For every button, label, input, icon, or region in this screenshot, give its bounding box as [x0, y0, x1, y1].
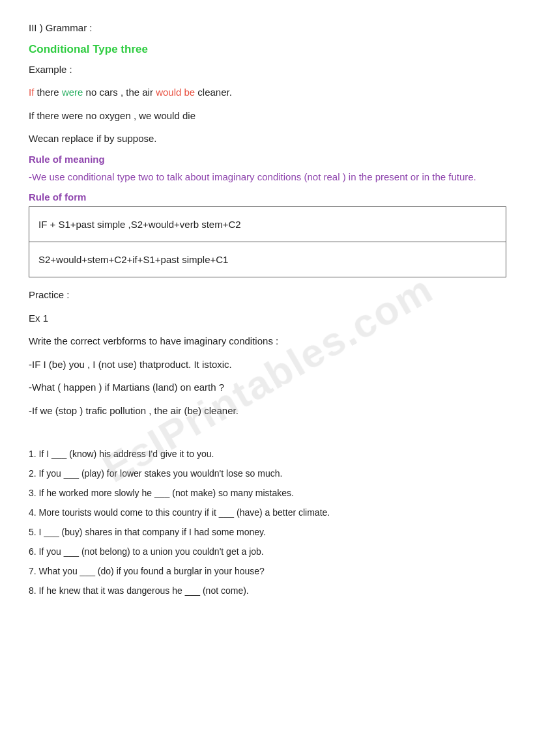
rule-of-form-label: Rule of form — [29, 191, 506, 203]
practice-section: Practice : Ex 1 Write the correct verbfo… — [29, 287, 506, 419]
list-item: 4. More tourists would come to this coun… — [29, 503, 506, 522]
example2: If there were no oxygen , we would die — [29, 107, 506, 124]
example1-mid: no cars , the air — [86, 87, 156, 98]
grammar-table: IF + S1+past simple ,S2+would+verb stem+… — [29, 206, 506, 277]
example1-were: were — [62, 87, 83, 98]
conditional-type-title: Conditional Type three — [29, 43, 506, 56]
list-item: 6. If you ___ (not belong) to a union yo… — [29, 542, 506, 561]
grammar-label: III ) Grammar : — [29, 20, 506, 36]
exercises-section: 1. If I ___ (know) his address I'd give … — [29, 445, 506, 600]
example1-if: If — [29, 87, 34, 98]
practice-label: Practice : — [29, 287, 506, 303]
example-label: Example : — [29, 61, 506, 78]
table-row-2: S2+would+stem+C2+if+S1+past simple+C1 — [29, 242, 506, 277]
ex1-q3: -If we (stop ) trafic pollution , the ai… — [29, 402, 506, 419]
table-row-1: IF + S1+past simple ,S2+would+verb stem+… — [29, 207, 506, 242]
ex1-q1: -IF I (be) you , I (not use) thatproduct… — [29, 356, 506, 373]
example1-would: would be — [156, 87, 195, 98]
example1: If there were no cars , the air would be… — [29, 84, 506, 101]
ex1-q2: -What ( happen ) if Martians (land) on e… — [29, 379, 506, 396]
exercises-list: 1. If I ___ (know) his address I'd give … — [29, 445, 506, 600]
list-item: 3. If he worked more slowly he ___ (not … — [29, 484, 506, 502]
list-item: 7. What you ___ (do) if you found a burg… — [29, 562, 506, 580]
list-item: 8. If he knew that it was dangerous he _… — [29, 581, 506, 600]
list-item: 2. If you ___ (play) for lower stakes yo… — [29, 464, 506, 483]
example1-pre: there — [37, 87, 62, 98]
ex1-instruction: Write the correct verbforms to have imag… — [29, 333, 506, 350]
rule-of-meaning-label: Rule of meaning — [29, 154, 506, 165]
ex1-label: Ex 1 — [29, 310, 506, 327]
list-item: 5. I ___ (buy) shares in that company if… — [29, 523, 506, 541]
rule-of-meaning-text: -We use conditional type two to talk abo… — [29, 169, 506, 186]
replace-note: Wecan replace if by suppose. — [29, 130, 506, 147]
list-item: 1. If I ___ (know) his address I'd give … — [29, 445, 506, 463]
example1-post: cleaner. — [197, 87, 232, 98]
